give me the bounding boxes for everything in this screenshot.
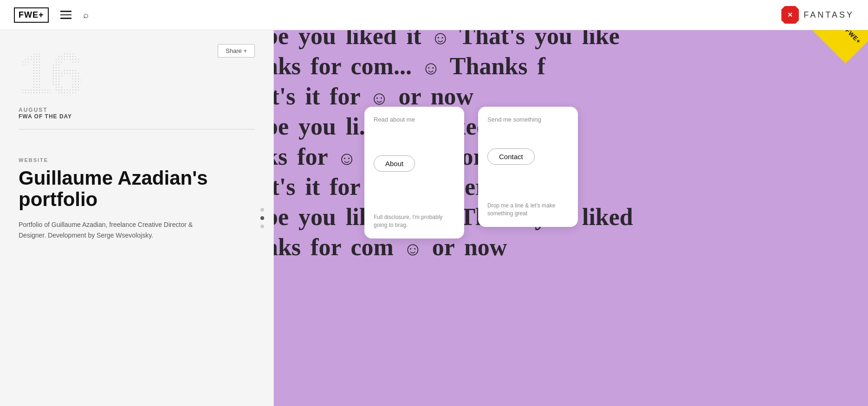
website-label: WEBSITE: [19, 157, 255, 163]
contact-button[interactable]: Contact: [487, 148, 535, 165]
hamburger-icon[interactable]: [58, 8, 74, 21]
header: FWE+ ⌕ ✕ FANTASY: [0, 0, 868, 30]
fantasy-logo: ✕ FANTASY: [781, 6, 854, 24]
card-about: Read about me About Full disclosure, I'm…: [364, 107, 464, 238]
left-panel: Share + 16 AUGUST FWA OF THE DAY WEBSITE…: [0, 30, 274, 406]
site-title: Guillaume Azadian's portfolio: [19, 168, 255, 210]
main-content: Share + 16 AUGUST FWA OF THE DAY WEBSITE…: [0, 30, 868, 406]
fantasy-x-icon: ✕: [781, 6, 799, 24]
fwe-logo[interactable]: FWE+: [14, 7, 49, 23]
card-contact-subtext: Drop me a line & let's make something gr…: [487, 202, 569, 218]
card-about-label: Read about me: [374, 116, 455, 123]
fantasy-label: FANTASY: [803, 10, 854, 20]
dot-1[interactable]: [260, 208, 264, 212]
dot-3[interactable]: [260, 225, 264, 228]
right-panel: be you liked it ☺ That's you like nks fo…: [274, 30, 868, 406]
fwe-badge-text: FWE+: [844, 30, 862, 45]
header-left: FWE+ ⌕: [14, 7, 89, 23]
fwa-of-day: FWA OF THE DAY: [19, 113, 255, 120]
site-description: Portfolio of Guillaume Azadian, freelanc…: [19, 219, 195, 240]
card-about-subtext: Full disclosure, I'm probably going to b…: [374, 213, 455, 229]
card-contact-label: Send me something: [487, 116, 569, 123]
about-button[interactable]: About: [374, 155, 415, 172]
search-icon[interactable]: ⌕: [83, 10, 89, 20]
dot-2[interactable]: [260, 216, 264, 220]
date-number: 16: [19, 44, 255, 104]
dots-navigation: [260, 208, 264, 228]
divider: [19, 129, 255, 129]
card-contact: Send me something Contact Drop me a line…: [478, 107, 578, 227]
